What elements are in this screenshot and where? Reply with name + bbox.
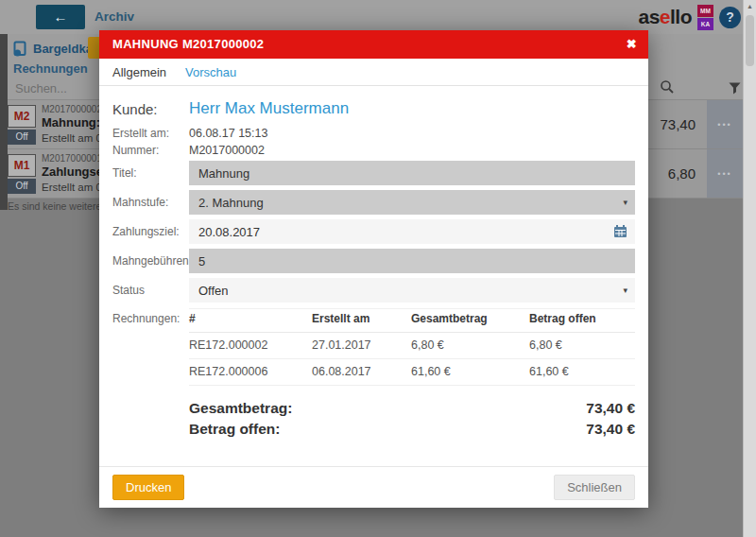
- modal-tabs: Allgemein Vorschau: [99, 59, 648, 86]
- summary-value: 73,40 €: [586, 419, 635, 440]
- mahnstufe-label: Mahnstufe:: [112, 190, 189, 215]
- page-title: Archiv: [94, 0, 134, 34]
- col-total: Gesamtbetrag: [411, 309, 529, 333]
- field-mahnstufe: Mahnstufe: 2. Mahnung ▾: [112, 190, 635, 215]
- status-select[interactable]: Offen ▾: [189, 278, 635, 303]
- erstellt-label: Erstellt am:: [112, 126, 189, 140]
- logo-badge-ka: KA: [697, 18, 713, 30]
- close-button[interactable]: Schließen: [554, 475, 635, 500]
- table-row: RE172.000002 27.01.2017 6,80 € 6,80 €: [189, 333, 635, 359]
- invoices-table: # Erstellt am Gesamtbetrag Betrag offen …: [189, 308, 635, 386]
- invoice-created: 27.01.2017: [312, 333, 411, 359]
- summary-label: Gesamtbetrag:: [189, 398, 292, 419]
- badge-column: M1 Off: [8, 154, 36, 194]
- print-button[interactable]: Drucken: [112, 475, 184, 500]
- summary-value: 73,40 €: [586, 398, 635, 419]
- help-icon[interactable]: ?: [719, 7, 741, 28]
- search-icon[interactable]: [660, 79, 675, 98]
- list-item-amount: 73,40: [660, 100, 696, 149]
- back-button[interactable]: ←: [36, 5, 85, 29]
- mahnstufe-select[interactable]: 2. Mahnung ▾: [189, 190, 635, 215]
- cashbox-document-icon: [13, 41, 27, 57]
- zahlungsziel-label: Zahlungsziel:: [112, 219, 189, 244]
- list-item-amount: 6,80: [668, 149, 696, 199]
- titel-label: Titel:: [112, 161, 189, 185]
- modal-title: MAHNUNG M2017000002: [112, 37, 264, 51]
- filter-icon[interactable]: [729, 81, 741, 98]
- mahngebuehren-input[interactable]: [189, 249, 635, 273]
- nummer-value: M2017000002: [189, 143, 635, 157]
- status-value: Offen: [198, 284, 229, 298]
- scroll-up-icon[interactable]: ▲: [744, 0, 756, 13]
- field-titel: Titel:: [112, 161, 635, 185]
- col-number: #: [189, 309, 312, 333]
- table-header-row: # Erstellt am Gesamtbetrag Betrag offen: [189, 309, 635, 333]
- zahlungsziel-value: 20.08.2017: [198, 225, 260, 239]
- brand-logo: asello MM KA ?: [638, 0, 741, 34]
- page-scrollbar[interactable]: ▲: [743, 0, 756, 537]
- close-icon[interactable]: ✖: [627, 30, 637, 59]
- modal-body: Kunde: Herr Max Mustermann Erstellt am: …: [99, 86, 648, 466]
- status-label: Status: [112, 278, 189, 303]
- summary-label: Betrag offen:: [189, 419, 280, 440]
- tab-vorschau[interactable]: Vorschau: [185, 65, 236, 79]
- chevron-down-icon: ▾: [623, 286, 627, 295]
- field-rechnungen: Rechnungen: # Erstellt am Gesamtbetrag B…: [112, 308, 635, 386]
- chevron-down-icon: ▾: [623, 198, 627, 207]
- titel-input[interactable]: [189, 161, 635, 185]
- field-status: Status Offen ▾: [112, 278, 635, 303]
- logo-text: asello: [638, 6, 692, 28]
- kunde-label: Kunde:: [112, 99, 189, 120]
- status-badge: Off: [8, 179, 36, 194]
- logo-part1: as: [638, 6, 659, 27]
- scrollbar-thumb[interactable]: [746, 15, 754, 66]
- table-row: RE172.000006 06.08.2017 61,60 € 61,60 €: [189, 359, 635, 386]
- totals-summary: Gesamtbetrag: 73,40 € Betrag offen: 73,4…: [189, 398, 635, 440]
- logo-badges: MM KA: [697, 5, 713, 30]
- logo-badge-mm: MM: [697, 5, 713, 17]
- mahnstufe-badge: M1: [8, 154, 36, 177]
- tab-rechnungen[interactable]: Rechnungen: [13, 61, 88, 76]
- field-mahngebuehren: Mahngebühren:: [112, 249, 635, 273]
- row-actions-button[interactable]: •••: [707, 149, 743, 198]
- left-edge-strip: [0, 34, 8, 210]
- invoice-link[interactable]: RE172.000006: [189, 359, 312, 386]
- top-bar: ← Archiv asello MM KA ?: [0, 0, 756, 34]
- invoice-link[interactable]: RE172.000002: [189, 333, 312, 359]
- status-badge: Off: [8, 130, 36, 145]
- modal-footer: Drucken Schließen: [99, 466, 648, 508]
- nummer-label: Nummer:: [112, 143, 189, 157]
- invoice-created: 06.08.2017: [312, 359, 411, 386]
- invoice-open: 6,80 €: [529, 333, 635, 359]
- mahnstufe-value: 2. Mahnung: [198, 196, 264, 210]
- badge-column: M2 Off: [8, 105, 36, 145]
- summary-gesamtbetrag: Gesamtbetrag: 73,40 €: [189, 398, 635, 419]
- modal-header: MAHNUNG M2017000002 ✖: [99, 30, 648, 59]
- erstellt-value: 06.08.17 15:13: [189, 126, 635, 140]
- summary-betrag-offen: Betrag offen: 73,40 €: [189, 419, 635, 440]
- col-created: Erstellt am: [312, 309, 411, 333]
- field-zahlungsziel: Zahlungsziel: 20.08.2017: [112, 219, 635, 244]
- invoice-total: 61,60 €: [411, 359, 529, 386]
- mahnung-modal: MAHNUNG M2017000002 ✖ Allgemein Vorschau…: [99, 30, 648, 508]
- app-screen: ← Archiv asello MM KA ? Bargeldkassa Rec…: [0, 0, 756, 537]
- row-actions-button[interactable]: •••: [707, 100, 743, 148]
- rechnungen-label: Rechnungen:: [112, 308, 189, 386]
- logo-accent: e: [660, 6, 670, 27]
- logo-part2: llo: [670, 6, 692, 27]
- invoice-total: 6,80 €: [411, 333, 529, 359]
- col-open: Betrag offen: [529, 309, 635, 333]
- invoice-open: 61,60 €: [529, 359, 635, 386]
- zahlungsziel-input[interactable]: 20.08.2017: [189, 219, 635, 244]
- field-nummer: Nummer: M2017000002: [112, 143, 635, 157]
- field-kunde: Kunde: Herr Max Mustermann: [112, 99, 635, 120]
- customer-link[interactable]: Herr Max Mustermann: [189, 99, 349, 117]
- tab-allgemein[interactable]: Allgemein: [112, 65, 166, 79]
- field-erstellt-am: Erstellt am: 06.08.17 15:13: [112, 126, 635, 140]
- calendar-icon[interactable]: [613, 225, 627, 241]
- mahnstufe-badge: M2: [8, 105, 36, 128]
- mahngebuehren-label: Mahngebühren:: [112, 249, 189, 273]
